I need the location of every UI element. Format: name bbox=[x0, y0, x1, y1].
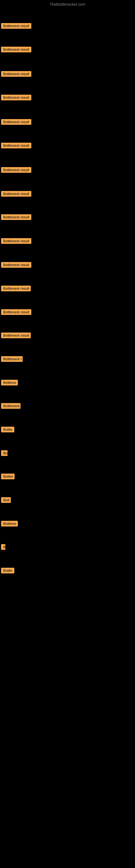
bottleneck-badge-row-11: Bottleneck result bbox=[1, 262, 31, 269]
bottleneck-badge-row-17: Bottleneck bbox=[1, 403, 20, 410]
bottleneck-badge-5[interactable]: Bottleneck result bbox=[1, 119, 31, 125]
bottleneck-badge-1[interactable]: Bottleneck result bbox=[1, 23, 31, 29]
bottleneck-badge-row-10: Bottleneck result bbox=[1, 238, 31, 245]
bottleneck-badge-11[interactable]: Bottleneck result bbox=[1, 262, 31, 268]
bottleneck-badge-22[interactable]: Bottlene bbox=[1, 521, 18, 527]
bottleneck-badge-3[interactable]: Bottleneck result bbox=[1, 71, 31, 77]
bottleneck-badge-row-14: Bottleneck result bbox=[1, 333, 31, 339]
bottleneck-badge-17[interactable]: Bottleneck bbox=[1, 403, 20, 409]
bottleneck-badge-row-18: Bottle bbox=[1, 427, 14, 433]
bottleneck-badge-row-20: Bottler bbox=[1, 474, 14, 480]
bottleneck-badge-row-16: Bottlene bbox=[1, 380, 18, 386]
bottleneck-badge-row-7: Bottleneck result bbox=[1, 167, 31, 174]
site-title: TheBottlenecker.com bbox=[0, 0, 135, 8]
bottleneck-badge-row-19: Bo bbox=[1, 450, 8, 457]
bottleneck-badge-row-23: B bbox=[1, 544, 5, 551]
bottleneck-badge-2[interactable]: Bottleneck result bbox=[1, 46, 31, 52]
bottleneck-badge-13[interactable]: Bottleneck result bbox=[1, 309, 31, 315]
bottleneck-badge-row-12: Bottleneck result bbox=[1, 286, 31, 292]
bottleneck-badge-21[interactable]: Bott bbox=[1, 497, 11, 503]
bottleneck-badge-19[interactable]: Bo bbox=[1, 450, 8, 456]
bottleneck-badge-row-15: Bottleneck r bbox=[1, 356, 23, 363]
bottleneck-badge-row-4: Bottleneck result bbox=[1, 95, 31, 101]
bottleneck-badge-row-1: Bottleneck result bbox=[1, 23, 31, 30]
bottleneck-badge-row-8: Bottleneck result bbox=[1, 191, 31, 198]
bottleneck-badge-18[interactable]: Bottle bbox=[1, 427, 14, 432]
bottleneck-badge-23[interactable]: B bbox=[1, 544, 5, 550]
bottleneck-badge-4[interactable]: Bottleneck result bbox=[1, 95, 31, 100]
bottleneck-badge-6[interactable]: Bottleneck result bbox=[1, 143, 31, 148]
bottleneck-badge-24[interactable]: Bottle bbox=[1, 568, 14, 574]
bottleneck-badge-10[interactable]: Bottleneck result bbox=[1, 238, 31, 244]
bottleneck-badge-12[interactable]: Bottleneck result bbox=[1, 286, 31, 291]
bottleneck-badge-15[interactable]: Bottleneck r bbox=[1, 356, 23, 362]
bottleneck-badge-row-22: Bottlene bbox=[1, 521, 18, 528]
bottleneck-badge-14[interactable]: Bottleneck result bbox=[1, 333, 31, 338]
bottleneck-badge-16[interactable]: Bottlene bbox=[1, 380, 18, 385]
bottleneck-badge-row-13: Bottleneck result bbox=[1, 309, 31, 316]
bottleneck-badge-row-21: Bott bbox=[1, 497, 11, 504]
bottleneck-badge-7[interactable]: Bottleneck result bbox=[1, 167, 31, 173]
bottleneck-badge-row-6: Bottleneck result bbox=[1, 143, 31, 150]
bottleneck-badge-20[interactable]: Bottler bbox=[1, 474, 14, 479]
bottleneck-badge-row-5: Bottleneck result bbox=[1, 119, 31, 126]
bottleneck-badge-8[interactable]: Bottleneck result bbox=[1, 191, 31, 197]
bottleneck-badge-row-9: Bottleneck result bbox=[1, 214, 31, 221]
bottleneck-badge-9[interactable]: Bottleneck result bbox=[1, 214, 31, 220]
bottleneck-badge-row-2: Bottleneck result bbox=[1, 46, 31, 54]
bottleneck-badge-row-3: Bottleneck result bbox=[1, 71, 31, 78]
bottleneck-badge-row-24: Bottle bbox=[1, 568, 14, 575]
